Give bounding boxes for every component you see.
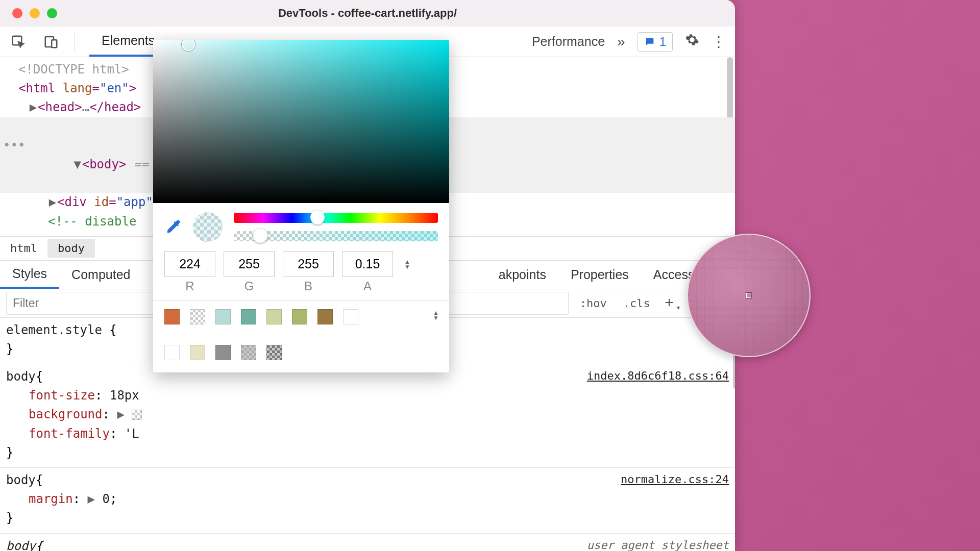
dom-doctype[interactable]: <!DOCTYPE html> [18, 62, 129, 77]
cls-toggle[interactable]: .cls [620, 297, 653, 310]
alpha-slider[interactable] [234, 231, 438, 241]
tab-properties[interactable]: Properties [558, 267, 641, 282]
selected-indicator-icon: ••• [3, 136, 25, 155]
swatch[interactable] [190, 345, 205, 360]
settings-icon[interactable] [685, 33, 699, 51]
device-toolbar-icon[interactable] [42, 33, 60, 51]
svg-rect-2 [52, 40, 57, 47]
rule-body-ua[interactable]: body { user agent stylesheet display: bl… [6, 537, 729, 551]
rule-body-2[interactable]: body { normalize.css:24 margin: ▶ 0; } [6, 471, 729, 528]
swatch[interactable] [343, 309, 358, 324]
hue-slider[interactable] [234, 213, 438, 223]
crumb-body[interactable]: body [47, 239, 95, 258]
crumb-html[interactable]: html [0, 239, 47, 258]
window-title: DevTools - coffee-cart.netlify.app/ [278, 7, 457, 20]
swatch[interactable] [190, 309, 205, 324]
label-g: G [224, 279, 275, 293]
titlebar: DevTools - coffee-cart.netlify.app/ [0, 0, 735, 27]
eyedropper-icon[interactable] [164, 218, 182, 236]
color-g-field[interactable] [224, 251, 275, 277]
label-r: R [164, 279, 215, 293]
swatch-set-switch[interactable]: ▲▼ [433, 310, 439, 320]
tab-performance[interactable]: Performance [532, 34, 605, 49]
color-format-switch[interactable]: ▲▼ [401, 259, 413, 269]
swatch[interactable] [215, 309, 231, 324]
tab-computed[interactable]: Computed [59, 261, 142, 289]
swatch[interactable] [164, 345, 180, 360]
swatch[interactable] [317, 309, 333, 324]
swatch[interactable] [241, 345, 256, 360]
rule-body-1[interactable]: body { index.8d6c6f18.css:64 font-size: … [6, 367, 729, 462]
source-link-index[interactable]: index.8d6c6f18.css:64 [587, 367, 729, 386]
swatches-palette: ▲▼ [153, 300, 449, 372]
kebab-menu-icon[interactable]: ⋮ [712, 33, 726, 50]
color-saturation-pad[interactable] [153, 40, 449, 203]
maximize-window-button[interactable] [47, 8, 57, 18]
color-a-field[interactable] [342, 251, 393, 277]
rules-scrollbar[interactable] [733, 348, 735, 527]
swatch[interactable] [241, 309, 256, 324]
traffic-lights [12, 8, 57, 18]
source-ua: user agent stylesheet [587, 537, 729, 551]
swatch[interactable] [266, 309, 282, 324]
source-link-normalize[interactable]: normalize.css:24 [621, 471, 729, 490]
magnifier-center-pixel [746, 293, 751, 298]
swatch[interactable] [266, 345, 282, 360]
devtools-window: DevTools - coffee-cart.netlify.app/ Elem… [0, 0, 735, 551]
close-window-button[interactable] [12, 8, 22, 18]
swatch[interactable] [292, 309, 307, 324]
color-preview-swatch [193, 212, 223, 242]
issues-badge[interactable]: 1 [638, 32, 673, 52]
color-b-field[interactable] [283, 251, 334, 277]
tab-breakpoints-truncated[interactable]: akpoints [486, 267, 558, 282]
color-swatch-icon[interactable] [132, 410, 142, 420]
new-rule-button[interactable]: ▾ [664, 294, 682, 312]
inspect-element-icon[interactable] [9, 33, 28, 51]
issues-count: 1 [659, 35, 666, 49]
color-r-field[interactable] [164, 251, 215, 277]
label-b: B [283, 279, 334, 293]
swatch[interactable] [164, 309, 180, 324]
minimize-window-button[interactable] [30, 8, 40, 18]
label-a: A [342, 279, 393, 293]
swatch[interactable] [215, 345, 231, 360]
eyedropper-magnifier[interactable] [687, 234, 811, 357]
hov-toggle[interactable]: :hov [577, 297, 610, 310]
more-tabs-icon[interactable]: » [617, 34, 625, 50]
tab-styles[interactable]: Styles [0, 261, 59, 289]
color-picker-popover: ▲▼ R G B A ▲▼ [153, 40, 449, 372]
sv-handle[interactable] [182, 40, 195, 51]
chat-icon [644, 36, 655, 47]
